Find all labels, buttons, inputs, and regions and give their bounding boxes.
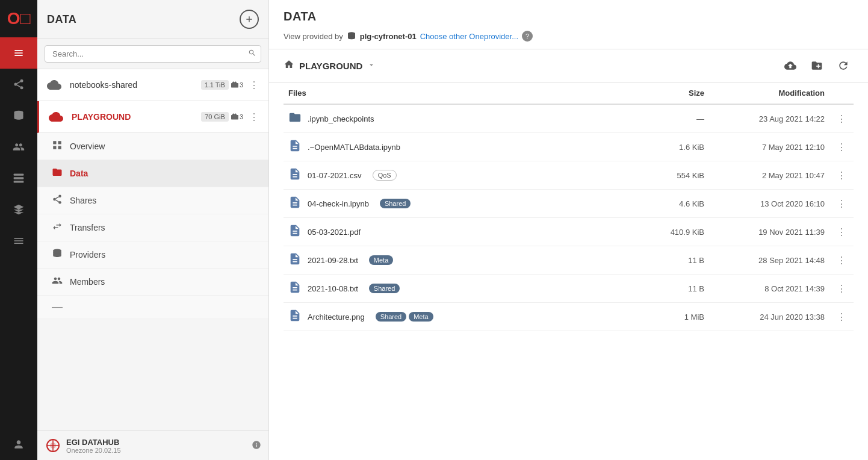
overview-icon (52, 140, 63, 153)
file-row-menu-button[interactable]: ⋮ (834, 253, 849, 268)
submenu-data-label: Data (70, 169, 88, 178)
table-row[interactable]: 04-check-in.ipynb Shared 4.6 KiB 13 Oct … (284, 190, 854, 218)
submenu-providers[interactable]: Providers (37, 241, 268, 269)
submenu-shares-label: Shares (70, 196, 96, 205)
space-menu-playground[interactable]: ⋮ (247, 110, 261, 124)
file-modified: 19 Nov 2021 11:39 (709, 218, 829, 246)
rail-share-icon[interactable] (0, 69, 37, 100)
svg-point-0 (20, 79, 23, 82)
submenu-shares[interactable]: Shares (37, 187, 268, 214)
table-row[interactable]: 05-03-2021.pdf 410.9 KiB 19 Nov 2021 11:… (284, 218, 854, 246)
folder-icon (288, 111, 302, 126)
toolbar-actions (780, 55, 854, 76)
file-row-menu-button[interactable]: ⋮ (834, 168, 849, 183)
shares-icon (52, 194, 63, 207)
submenu-overview-label: Overview (70, 141, 105, 151)
file-icon (288, 196, 302, 211)
file-row-menu-button[interactable]: ⋮ (834, 309, 849, 325)
rail-user-icon[interactable] (0, 429, 37, 460)
file-size: 1.6 KiB (637, 133, 709, 161)
space-item-notebooks[interactable]: notebooks-shared 1.1 TiB 3 ⋮ (37, 69, 268, 101)
rail-list-icon[interactable] (0, 225, 37, 256)
svg-line-4 (17, 81, 20, 83)
svg-point-15 (58, 201, 61, 204)
help-icon[interactable]: ? (522, 31, 533, 42)
choose-provider-link[interactable]: Choose other Oneprovider... (420, 32, 518, 41)
breadcrumb-home-icon[interactable] (284, 59, 294, 72)
menu-col-header (829, 82, 854, 104)
svg-rect-9 (53, 141, 56, 144)
space-item-playground[interactable]: PLAYGROUND 70 GiB 3 ⋮ (37, 101, 268, 133)
table-row[interactable]: .ipynb_checkpoints — 23 Aug 2021 14:22 ⋮ (284, 104, 854, 133)
file-row-menu-button[interactable]: ⋮ (834, 111, 849, 126)
table-row[interactable]: Architecture.png SharedMeta 1 MiB 24 Jun… (284, 303, 854, 331)
data-folder-icon (52, 167, 63, 180)
main-content: DATA View provided by plg-cyfronet-01 Ch… (269, 0, 868, 460)
app-logo: O□ (0, 0, 37, 37)
transfers-icon (52, 221, 63, 234)
file-size: 410.9 KiB (637, 218, 709, 246)
space-icon-cloud (45, 75, 64, 95)
egi-info: EGI DATAHUB Onezone 20.02.15 (66, 438, 247, 454)
file-modified: 7 May 2021 12:10 (709, 133, 829, 161)
rail-marketplace-icon[interactable] (0, 194, 37, 225)
space-name-playground: PLAYGROUND (72, 112, 201, 122)
file-row-menu-button[interactable]: ⋮ (834, 281, 849, 296)
space-list: notebooks-shared 1.1 TiB 3 ⋮ PLAYGROUND … (37, 69, 268, 430)
file-row-menu-button[interactable]: ⋮ (834, 225, 849, 240)
file-size: 4.6 KiB (637, 190, 709, 218)
table-row[interactable]: 01-07-2021.csv QoS 554 KiB 2 May 2021 10… (284, 161, 854, 190)
svg-rect-12 (58, 146, 61, 149)
breadcrumb-current: PLAYGROUND (299, 61, 362, 71)
members-icon (52, 275, 63, 288)
submenu-members[interactable]: Members (37, 269, 268, 296)
space-count-notebooks: 3 (231, 81, 243, 89)
new-folder-button[interactable] (807, 55, 827, 76)
search-input[interactable] (45, 45, 261, 63)
providers-icon (52, 248, 63, 261)
svg-line-16 (55, 200, 58, 202)
svg-point-14 (53, 198, 56, 201)
badge-qos: QoS (373, 170, 397, 181)
rail-cluster-icon[interactable] (0, 163, 37, 194)
svg-rect-7 (14, 177, 24, 179)
sidebar-header: DATA (37, 0, 268, 39)
file-table: Files Size Modification .ipynb_checkpoin… (284, 82, 854, 331)
svg-rect-10 (58, 141, 61, 144)
icon-rail: O□ (0, 0, 37, 460)
submenu-transfers[interactable]: Transfers (37, 214, 268, 241)
file-name: 05-03-2021.pdf (308, 228, 361, 237)
submenu-data[interactable]: Data (37, 160, 268, 187)
file-row-menu-button[interactable]: ⋮ (834, 196, 849, 211)
main-header: DATA View provided by plg-cyfronet-01 Ch… (269, 0, 868, 49)
upload-button[interactable] (780, 55, 801, 76)
file-icon (288, 281, 302, 296)
submenu-transfers-label: Transfers (70, 223, 105, 232)
badge-shared: Shared (380, 199, 411, 208)
badge-meta: Meta (409, 312, 433, 322)
table-row[interactable]: 2021-09-28.txt Meta 11 B 28 Sep 2021 14:… (284, 246, 854, 275)
add-space-button[interactable] (240, 10, 259, 29)
rail-db-icon[interactable] (0, 100, 37, 131)
sidebar-title: DATA (47, 13, 76, 26)
file-size: 554 KiB (637, 161, 709, 190)
rail-group-icon[interactable] (0, 131, 37, 163)
space-size-notebooks: 1.1 TiB (201, 80, 229, 90)
file-icon (288, 252, 302, 268)
table-row[interactable]: 2021-10-08.txt Shared 11 B 8 Oct 2021 14… (284, 275, 854, 303)
search-icon[interactable] (248, 49, 256, 59)
file-modified: 8 Oct 2021 14:39 (709, 275, 829, 303)
file-row-menu-button[interactable]: ⋮ (834, 140, 849, 155)
breadcrumb-chevron-icon (367, 61, 376, 71)
file-name: 01-07-2021.csv (308, 171, 362, 180)
file-name: Architecture.png (308, 312, 365, 322)
refresh-button[interactable] (833, 55, 854, 76)
sidebar-footer: EGI DATAHUB Onezone 20.02.15 (37, 430, 268, 460)
svg-point-2 (20, 86, 23, 89)
rail-data-icon[interactable] (0, 37, 37, 69)
table-row[interactable]: .~OpenMATLABdata.ipynb 1.6 KiB 7 May 202… (284, 133, 854, 161)
search-section (37, 39, 268, 69)
space-menu-notebooks[interactable]: ⋮ (247, 78, 261, 92)
submenu-overview[interactable]: Overview (37, 133, 268, 160)
footer-info-icon[interactable] (252, 440, 261, 452)
